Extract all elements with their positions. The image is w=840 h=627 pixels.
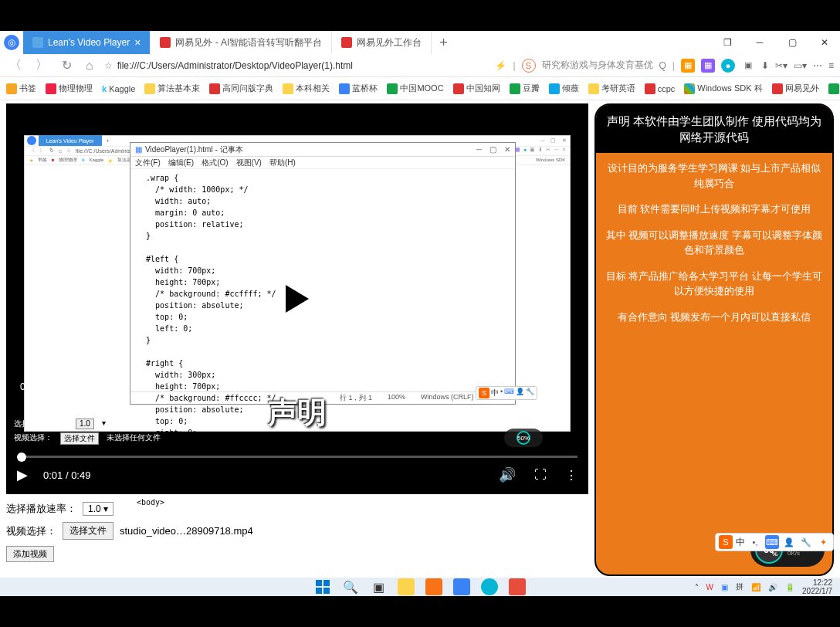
window-maximize-icon[interactable]: ▢	[777, 31, 808, 54]
bm-icon	[828, 83, 839, 94]
battery-icon[interactable]: 🔋	[785, 583, 794, 591]
ime-tool-icon[interactable]: 🔧	[799, 535, 813, 549]
bookmark-item[interactable]: 网易公开课	[828, 83, 840, 94]
bookmark-item[interactable]: 本科相关	[283, 83, 330, 94]
bookmark-item[interactable]: 网易见外	[772, 83, 819, 94]
search-icon[interactable]: 🔍	[342, 578, 359, 595]
panel-line: 设计目的为服务学生学习网课 如与上市产品相似 纯属巧合	[602, 161, 826, 191]
bookmark-item[interactable]: 考研英语	[588, 83, 635, 94]
bookmark-item[interactable]: 中国知网	[453, 83, 500, 94]
bookmark-item[interactable]: 算法基本束	[144, 83, 200, 94]
tray-icon[interactable]: ▣	[721, 583, 728, 591]
scissors-icon[interactable]: ✂▾	[775, 60, 788, 71]
favorite-icon[interactable]: ☆	[104, 60, 113, 71]
forward-button[interactable]: 〉	[32, 57, 51, 73]
tray-chevron-icon[interactable]: ˄	[695, 583, 699, 591]
svg-rect-3	[323, 588, 330, 594]
bookmark-item[interactable]: 豆瓣	[510, 83, 540, 94]
new-tab-button[interactable]: +	[432, 31, 456, 54]
bookmark-item[interactable]: 中国MOOC	[387, 83, 443, 94]
tab-video-player[interactable]: Lean's Video Player ×	[23, 31, 151, 54]
task-view-icon[interactable]: ▣	[370, 578, 387, 595]
sogou-ime-icon[interactable]: S	[719, 535, 733, 549]
ime-toolbar[interactable]: S 中 •, ⌨ 👤 🔧 ✦	[715, 533, 834, 551]
video-control-bar: ▶ 0:01 / 0:49 🔊 ⛶ ⋮	[6, 456, 588, 494]
clip-icon[interactable]: ▭▾	[794, 60, 807, 71]
bookmark-item[interactable]: 书签	[6, 83, 36, 94]
bm-icon	[387, 83, 398, 94]
window-close-icon[interactable]: ✕	[809, 31, 840, 54]
bookmark-item[interactable]: 倾薇	[549, 83, 579, 94]
bookmark-item[interactable]: kKaggle	[102, 84, 135, 93]
reload-button[interactable]: ↻	[59, 58, 75, 73]
tab-favicon	[160, 37, 171, 48]
app-icon-4[interactable]	[509, 578, 526, 595]
bolt-icon[interactable]: ⚡	[495, 60, 506, 71]
ext-icon-3[interactable]: ●	[721, 59, 735, 73]
ext-icon-4[interactable]: ▣	[741, 59, 755, 73]
right-info-panel: 声明 本软件由学生团队制作 使用代码均为网络开源代码 设计目的为服务学生学习网课…	[594, 103, 834, 576]
progress-track[interactable]	[17, 456, 578, 458]
bm-icon	[510, 83, 520, 94]
page-content: Lean's Video Player + ─ ▢ ✕ 〈 〉 ↻ ⌂ ☆ fi…	[0, 100, 840, 579]
np-close-icon: ✕	[504, 145, 510, 154]
video-player[interactable]: Lean's Video Player + ─ ▢ ✕ 〈 〉 ↻ ⌂ ☆ fi…	[6, 103, 588, 494]
bookmark-item[interactable]: 高同问版字典	[209, 83, 273, 94]
start-button[interactable]	[314, 578, 331, 595]
app-icon-3[interactable]	[481, 578, 498, 595]
more-icon[interactable]: ⋯	[813, 60, 822, 71]
ext-icon-1[interactable]: ▦	[681, 59, 695, 73]
ime-punct-icon[interactable]: •,	[748, 535, 762, 549]
ext-icon-2[interactable]: ▦	[701, 59, 715, 73]
menu-edit: 编辑(E)	[168, 158, 194, 168]
inner-speed-widget[interactable]: 50%	[504, 429, 543, 447]
ime-keyboard-icon[interactable]: ⌨	[765, 535, 779, 549]
ime-settings-icon[interactable]: ✦	[816, 535, 830, 549]
ime-lang[interactable]: 中	[736, 536, 745, 549]
inner-new-tab: +	[102, 138, 114, 144]
ime-float-inner[interactable]: S 中 • ⌨ 👤 🔧	[476, 386, 537, 400]
sogou-icon[interactable]: S	[522, 59, 536, 73]
wifi-icon[interactable]: 📶	[751, 583, 760, 591]
url-input[interactable]: ☆ file:///C:/Users/Administrator/Desktop…	[104, 60, 444, 71]
progress-thumb[interactable]	[17, 452, 26, 462]
tray-icon[interactable]: W	[706, 583, 713, 591]
back-button[interactable]: 〈	[6, 57, 25, 73]
tab-netease-1[interactable]: 网易见外 - AI智能语音转写听翻平台	[151, 31, 332, 54]
speed-select[interactable]: 1.0 ▾	[83, 502, 113, 516]
ime-skin-icon[interactable]: 👤	[782, 535, 796, 549]
search-hint[interactable]: 研究称游戏与身体发育基优	[542, 59, 653, 72]
windows-taskbar: 🔍 ▣ ˄ W ▣ 拼 📶 🔊 🔋 12:22 2022/1/7	[0, 578, 840, 596]
explorer-icon[interactable]	[398, 578, 415, 595]
taskbar-clock[interactable]: 12:22 2022/1/7	[802, 578, 832, 595]
search-icon[interactable]: Q	[659, 60, 666, 71]
window-popout-icon[interactable]: ❐	[712, 31, 743, 54]
tab-netease-2[interactable]: 网易见外工作台	[332, 31, 432, 54]
menu-icon[interactable]: ≡	[828, 60, 834, 71]
bookmark-item[interactable]: 物理物理	[46, 83, 93, 94]
more-options-icon[interactable]: ⋮	[565, 468, 578, 483]
tray-ime-icon[interactable]: 拼	[736, 581, 743, 592]
star-icon	[6, 83, 17, 94]
home-button[interactable]: ⌂	[83, 59, 97, 73]
notepad-titlebar: ▦ VideoPlayer(1).html - 记事本 ─ ▢ ✕	[130, 143, 515, 157]
bookmark-item[interactable]: ccpc	[645, 83, 676, 94]
bookmark-item[interactable]: Windows SDK 科	[684, 83, 762, 94]
fullscreen-icon[interactable]: ⛶	[534, 468, 547, 482]
notepad-window: ▦ VideoPlayer(1).html - 记事本 ─ ▢ ✕ 文件(F) …	[130, 142, 516, 405]
upload-button[interactable]: 添加视频	[6, 546, 54, 562]
volume-tray-icon[interactable]: 🔊	[768, 583, 777, 591]
bookmark-item[interactable]: 蓝桥杯	[339, 83, 378, 94]
choose-file-button[interactable]: 选择文件	[63, 522, 113, 540]
app-icon-1[interactable]	[425, 578, 442, 595]
play-pause-button[interactable]: ▶	[17, 466, 28, 483]
inner-max-icon: ▢	[547, 137, 559, 144]
play-icon[interactable]	[286, 285, 309, 313]
np-min-icon: ─	[476, 145, 482, 154]
volume-icon[interactable]: 🔊	[499, 466, 516, 483]
window-minimize-icon[interactable]: ─	[744, 31, 775, 54]
notepad-icon: ▦	[135, 145, 142, 154]
app-icon-2[interactable]	[453, 578, 470, 595]
close-icon[interactable]: ×	[134, 36, 141, 49]
download-icon[interactable]: ⬇	[761, 60, 769, 71]
